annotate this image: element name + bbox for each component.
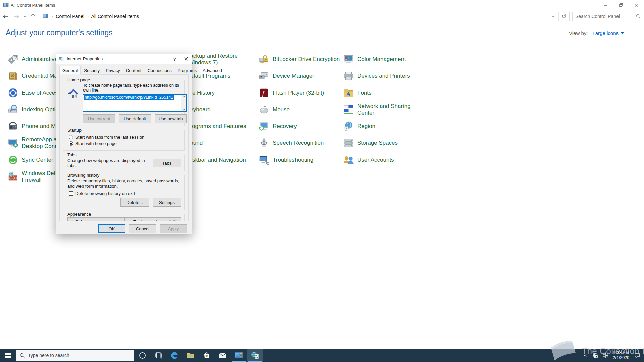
control-panel-icon	[234, 351, 243, 360]
control-panel-item[interactable]: BitLocker Drive Encryption	[258, 51, 340, 68]
radio-selected-icon[interactable]	[69, 141, 73, 146]
taskbar-app-task-view[interactable]	[150, 349, 166, 362]
control-panel-item[interactable]: Recovery	[258, 118, 340, 135]
dialog-tab[interactable]: Connections	[144, 67, 174, 75]
control-panel-item[interactable]: Color Management	[343, 51, 415, 68]
taskbar-app-edge[interactable]	[166, 349, 182, 362]
taskbar-app-mail[interactable]	[215, 349, 231, 362]
tabs-group-label: Tabs	[66, 152, 78, 157]
address-bar[interactable]: › Control Panel › All Control Panel Item…	[40, 12, 570, 21]
taskbar-clock[interactable]: 9:38 AM 2/1/2020	[610, 350, 632, 360]
delete-button[interactable]: Delete...	[120, 198, 149, 207]
settings-button[interactable]: Settings	[153, 198, 181, 207]
control-panel-item[interactable]: Devices and Printers	[343, 68, 415, 84]
control-panel-item[interactable]: Device Manager	[258, 68, 340, 84]
textarea-scrollbar[interactable]	[181, 95, 186, 111]
file-explorer-icon	[186, 351, 195, 360]
dialog-tab-strip: General Security Privacy Content Connect…	[56, 64, 192, 75]
dialog-tab[interactable]: Security	[81, 67, 103, 75]
volume-icon[interactable]	[600, 349, 610, 362]
colors-button[interactable]: Colors	[67, 217, 96, 221]
ease-of-access-icon	[7, 87, 19, 99]
recovery-icon	[258, 121, 270, 132]
storage-spaces-icon	[343, 137, 354, 149]
back-button[interactable]	[0, 11, 11, 21]
dialog-tab[interactable]: Advanced	[200, 67, 225, 75]
view-by-value[interactable]: Large icons	[592, 30, 619, 36]
clock-date: 2/1/2020	[613, 355, 629, 360]
startup-option-last-session[interactable]: Start with tabs from the last session	[69, 135, 181, 140]
cortana-button[interactable]	[134, 349, 150, 362]
delete-history-checkbox-row[interactable]: Delete browsing history on exit	[69, 191, 181, 196]
items-column-4: Color Management Devices and Printers A …	[343, 51, 415, 168]
checkbox-icon[interactable]	[69, 191, 73, 196]
control-panel-item[interactable]: Storage Spaces	[343, 135, 415, 152]
use-default-button[interactable]: Use default	[119, 114, 151, 123]
control-panel-item[interactable]: A Fonts	[343, 84, 415, 101]
browsing-history-group-label: Browsing history	[66, 173, 101, 178]
troubleshooting-icon	[258, 154, 270, 166]
dialog-tab[interactable]: Content	[123, 67, 145, 75]
svg-text:A: A	[346, 91, 351, 97]
breadcrumb-all-items[interactable]: All Control Panel Items	[91, 14, 140, 19]
cancel-button[interactable]: Cancel	[129, 224, 156, 233]
use-new-tab-button[interactable]: Use new tab	[155, 114, 187, 123]
startup-option-home-page[interactable]: Start with home page	[69, 141, 181, 146]
control-panel-item[interactable]: User Accounts	[343, 152, 415, 168]
fonts-button[interactable]: Fonts	[124, 217, 153, 221]
dialog-close-button[interactable]	[180, 54, 192, 64]
control-panel-item[interactable]: Mouse	[258, 101, 340, 118]
dialog-tab[interactable]: General	[59, 66, 81, 75]
view-by-dropdown-icon[interactable]	[621, 32, 624, 34]
taskbar-app-microsoft-store[interactable]	[199, 349, 215, 362]
color-management-icon	[343, 54, 354, 65]
bitlocker-icon	[258, 54, 270, 65]
refresh-button[interactable]	[558, 12, 569, 21]
ok-button[interactable]: OK	[98, 224, 125, 233]
languages-button[interactable]: Languages	[96, 217, 124, 221]
forward-button[interactable]	[11, 11, 21, 21]
taskbar-app-file-explorer[interactable]	[182, 349, 199, 362]
ie-props-icon	[251, 351, 259, 360]
apply-button: Apply	[160, 224, 187, 233]
taskbar-app-control-panel[interactable]	[231, 349, 247, 362]
appearance-group-label: Appearance	[66, 212, 92, 217]
control-panel-item[interactable]: Region	[343, 118, 415, 135]
view-by-label: View by:	[569, 30, 588, 36]
phone-modem-icon	[7, 121, 19, 132]
minimize-button[interactable]	[598, 0, 613, 10]
network-sharing-icon	[343, 104, 354, 115]
dialog-title: Internet Properties	[67, 56, 169, 61]
dialog-titlebar: Internet Properties ?	[56, 54, 192, 64]
dialog-help-button[interactable]: ?	[169, 54, 180, 64]
control-panel-item[interactable]: Speech Recognition	[258, 135, 340, 152]
close-button[interactable]	[629, 0, 644, 10]
restore-button[interactable]	[613, 0, 629, 10]
accessibility-button[interactable]: Accessibility	[153, 217, 181, 221]
startup-group-label: Startup	[66, 128, 83, 133]
admin-tools-icon	[7, 54, 19, 65]
window-title: All Control Panel Items	[11, 3, 55, 8]
breadcrumb-control-panel[interactable]: Control Panel	[55, 14, 85, 19]
page-heading: Adjust your computer's settings	[6, 28, 113, 37]
radio-unselected-icon[interactable]	[69, 135, 73, 139]
address-dropdown-button[interactable]	[548, 12, 558, 21]
dialog-tab[interactable]: Privacy	[103, 67, 123, 75]
taskbar-search-input[interactable]: Type here to search	[16, 350, 134, 361]
taskbar-app-internet-properties[interactable]	[247, 349, 263, 362]
home-page-url-textarea[interactable]: http://go.microsoft.com/fwlink/p/?LinkId…	[83, 94, 187, 112]
search-control-panel-input[interactable]: Search Control Panel	[572, 12, 643, 21]
control-panel-item[interactable]: Troubleshooting	[258, 152, 340, 168]
action-center-icon[interactable]	[632, 349, 642, 362]
control-panel-icon	[43, 13, 48, 19]
defender-firewall-icon	[7, 171, 19, 182]
hidden-icons-chevron-icon[interactable]	[580, 349, 590, 362]
control-panel-item[interactable]: f Flash Player (32-bit)	[258, 84, 340, 101]
recent-pages-dropdown[interactable]	[21, 11, 28, 21]
dialog-tab[interactable]: Programs	[175, 67, 200, 75]
up-button[interactable]	[28, 11, 38, 21]
control-panel-item[interactable]: Network and Sharing Center	[343, 101, 415, 118]
start-button[interactable]	[0, 349, 16, 362]
network-status-icon[interactable]	[590, 349, 600, 362]
tabs-button[interactable]: Tabs	[153, 159, 181, 167]
